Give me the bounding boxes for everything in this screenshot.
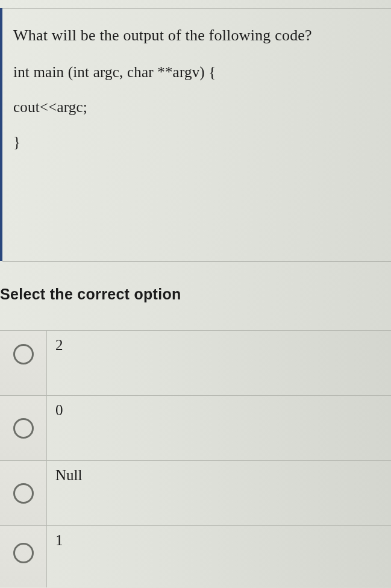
radio-cell (0, 526, 47, 587)
option-row-4: 1 (0, 526, 391, 587)
option-row-2: 0 (0, 396, 391, 461)
code-line-1: int main (int argc, char **argv) { (13, 64, 381, 81)
option-label-3: Null (47, 461, 391, 525)
radio-cell (0, 396, 47, 460)
radio-option-2[interactable] (13, 418, 34, 439)
option-label-4: 1 (47, 526, 391, 587)
radio-option-1[interactable] (13, 344, 34, 364)
code-line-2: cout<<argc; (13, 99, 381, 116)
option-label-2: 0 (47, 396, 391, 460)
radio-option-3[interactable] (13, 483, 34, 504)
radio-cell (0, 461, 47, 525)
code-line-3: } (13, 134, 381, 151)
radio-cell (0, 331, 47, 395)
radio-option-4[interactable] (13, 543, 34, 563)
option-row-1: 2 (0, 331, 391, 396)
select-prompt: Select the correct option (0, 283, 391, 303)
option-row-3: Null (0, 461, 391, 526)
option-label-1: 2 (47, 331, 391, 395)
quiz-page: What will be the output of the following… (0, 0, 391, 588)
question-box: What will be the output of the following… (2, 8, 391, 261)
question-text: What will be the output of the following… (13, 27, 381, 45)
options-table: 2 0 Null 1 (0, 330, 391, 587)
